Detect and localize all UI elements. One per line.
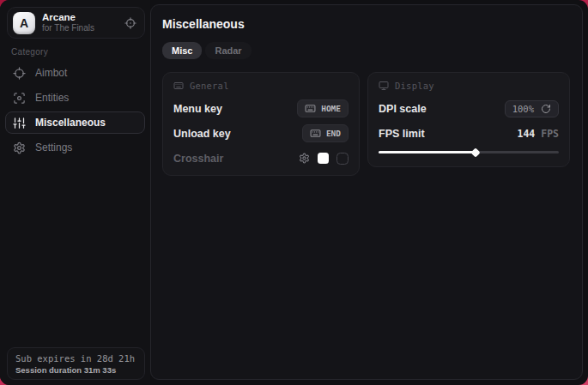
crosshair-settings-gear-icon[interactable]: [299, 153, 310, 164]
unload-key-value: END: [326, 129, 341, 138]
keyboard-icon: [173, 81, 184, 91]
fps-limit-row: FPS limit 144 FPS: [379, 126, 559, 141]
sidebar-item-label: Aimbot: [35, 67, 67, 79]
fps-limit-slider[interactable]: [379, 151, 559, 153]
sub-expires-text: Sub expires in 28d 21h: [15, 353, 136, 364]
arcane-window: A Arcane for The Finals Category: [0, 0, 588, 385]
subscription-status-card: Sub expires in 28d 21h Session duration …: [7, 347, 145, 380]
category-label: Category: [11, 47, 48, 57]
dpi-scale-label: DPI scale: [379, 103, 427, 115]
menu-key-row: Menu key HOME: [173, 101, 349, 116]
fps-slider-fill: [379, 151, 476, 153]
crosshair-controls: [299, 153, 349, 165]
brand-title: Arcane: [42, 12, 124, 23]
sliders-icon: [13, 117, 26, 129]
sidebar-nav: Aimbot Entities: [5, 62, 145, 159]
scan-icon: [13, 92, 26, 105]
brand-subtitle: for The Finals: [42, 23, 124, 33]
general-card: General Menu key HOME: [162, 72, 360, 176]
dpi-scale-value: 100%: [512, 104, 534, 114]
main-panel: Miscellaneous Misc Radar Gene: [150, 4, 583, 380]
cards-row: General Menu key HOME: [162, 72, 570, 176]
fps-unit: FPS: [535, 128, 559, 140]
brand-text: Arcane for The Finals: [42, 12, 124, 33]
sidebar-item-label: Miscellaneous: [35, 117, 106, 129]
tab-bar: Misc Radar: [162, 42, 570, 59]
target-icon[interactable]: [124, 17, 136, 29]
sidebar-item-aimbot[interactable]: Aimbot: [5, 62, 145, 84]
gear-icon: [13, 141, 26, 154]
menu-key-button[interactable]: HOME: [297, 99, 349, 117]
crosshair-icon: [13, 67, 26, 80]
sidebar-item-miscellaneous[interactable]: Miscellaneous: [5, 111, 145, 134]
general-card-header: General: [173, 81, 349, 91]
sidebar: A Arcane for The Finals Category: [0, 0, 150, 385]
menu-key-label: Menu key: [173, 103, 222, 115]
tab-radar[interactable]: Radar: [205, 42, 251, 59]
display-card: Display DPI scale 100%: [367, 72, 570, 167]
dpi-scale-button[interactable]: 100%: [505, 100, 559, 117]
unload-key-label: Unload key: [173, 128, 231, 140]
unload-key-button[interactable]: END: [302, 124, 349, 142]
brand-card: A Arcane for The Finals: [7, 7, 145, 39]
display-card-header: Display: [379, 81, 559, 91]
keyboard-icon: [310, 128, 321, 139]
dpi-scale-row: DPI scale 100%: [379, 101, 559, 116]
sidebar-item-label: Settings: [35, 141, 72, 153]
desktop-background: A Arcane for The Finals Category: [0, 0, 588, 385]
arcane-logo: A: [13, 12, 35, 34]
display-card-title: Display: [395, 81, 434, 91]
fps-slider-thumb[interactable]: [471, 147, 481, 157]
refresh-icon: [541, 104, 551, 114]
sidebar-item-label: Entities: [35, 92, 69, 104]
fps-number: 144: [518, 128, 536, 140]
monitor-icon: [379, 81, 389, 91]
sidebar-item-entities[interactable]: Entities: [5, 87, 145, 109]
crosshair-label: Crosshair: [173, 153, 223, 165]
general-card-title: General: [190, 81, 229, 91]
fps-limit-label: FPS limit: [379, 128, 424, 140]
crosshair-color-swatch[interactable]: [318, 153, 329, 164]
page-title: Miscellaneous: [162, 17, 570, 31]
crosshair-row: Crosshair: [173, 151, 349, 165]
keyboard-icon: [305, 103, 316, 114]
crosshair-checkbox[interactable]: [336, 153, 349, 165]
fps-limit-value: 144 FPS: [518, 128, 559, 140]
tab-misc[interactable]: Misc: [162, 42, 202, 59]
menu-key-value: HOME: [321, 104, 341, 113]
session-duration-text: Session duration 31m 33s: [15, 365, 136, 375]
unload-key-row: Unload key END: [173, 126, 349, 141]
sidebar-item-settings[interactable]: Settings: [5, 136, 145, 159]
